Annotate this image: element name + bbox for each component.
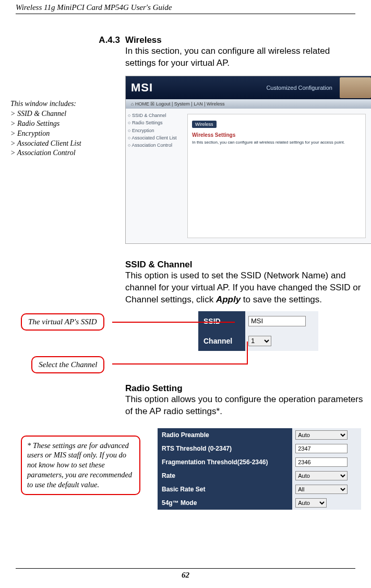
left-note-item: > SSID & Channel [10, 109, 115, 119]
radio-settings-table: Radio Preamble Auto RTS Threshold (0-234… [158, 428, 361, 510]
inner-tag: Wireless [192, 121, 217, 128]
ssid-label: SSID [198, 311, 245, 331]
callout-line [112, 363, 248, 364]
config-label: Customized Configuration [266, 85, 337, 91]
left-note-item: > Encryption [10, 129, 115, 139]
side-nav-item: ○ Associated Client List [128, 134, 185, 142]
callout-channel: Select the Channel [31, 356, 104, 373]
setting-label: Basic Rate Set [158, 483, 292, 496]
ssid-widget: SSID Channel 1 [198, 311, 318, 351]
left-note-title: This window includes: [10, 99, 115, 109]
table-row: Rate Auto [158, 469, 361, 483]
left-note-item: > Radio Settings [10, 119, 115, 129]
left-note-item: > Association Control [10, 148, 115, 158]
advanced-note-box: * These settings are for advanced users … [21, 436, 140, 495]
ssid-body-post: to save the settings. [241, 295, 322, 304]
section-number: A.4.3 [16, 35, 125, 69]
setting-label: Radio Preamble [158, 428, 292, 442]
left-note: This window includes: > SSID & Channel >… [10, 99, 115, 158]
frag-threshold-input[interactable] [295, 457, 348, 467]
running-header: Wireless 11g MiniPCI Card MP54G User's G… [16, 0, 355, 14]
callout-ssid: The virtual AP's SSID [21, 313, 104, 331]
page-number: 62 [16, 568, 355, 580]
ssid-heading: SSID & Channel [125, 260, 370, 270]
table-row: 54g™ Mode Auto [158, 496, 361, 510]
rate-select[interactable]: Auto [295, 471, 348, 480]
side-nav-item: ○ SSID & Channel [128, 112, 185, 119]
table-row: Basic Rate Set All [158, 483, 361, 496]
setting-label: Rate [158, 469, 292, 483]
radio-preamble-select[interactable]: Auto [295, 430, 348, 440]
ssid-body-bold: Apply [216, 295, 241, 304]
menu-row: ⌂ HOME ☒ Logout | System | LAN | Wireles… [126, 99, 371, 109]
left-note-item: > Associated Client List [10, 139, 115, 149]
basic-rate-select[interactable]: All [295, 485, 348, 494]
channel-select[interactable]: 1 [248, 336, 271, 346]
callout-line [247, 342, 248, 363]
rts-threshold-input[interactable] [295, 444, 348, 453]
ssid-input[interactable] [248, 316, 306, 326]
inner-subtitle: Wireless Settings [192, 132, 361, 138]
radio-heading: Radio Setting [125, 383, 370, 394]
ssid-diagram: The virtual AP's SSID Select the Channel… [16, 311, 355, 374]
header-image [340, 77, 371, 98]
setting-label: Fragmentation Threshold(256-2346) [158, 455, 292, 469]
logo: MSI [126, 81, 153, 95]
ssid-body: This option is used to set the SSID (Net… [125, 270, 370, 306]
table-row: Radio Preamble Auto [158, 428, 361, 442]
side-nav: ○ SSID & Channel ○ Radio Settings ○ Encr… [126, 109, 187, 243]
inner-description: In this section, you can configure all w… [192, 140, 361, 145]
screenshot-router-ui: MSI Customized Configuration ⌂ HOME ☒ Lo… [125, 76, 371, 244]
table-row: Fragmentation Threshold(256-2346) [158, 455, 361, 469]
table-row: RTS Threshold (0-2347) [158, 442, 361, 455]
mode-54g-select[interactable]: Auto [295, 498, 327, 508]
channel-label: Channel [198, 331, 245, 351]
radio-body: This option allows you to configure the … [125, 394, 370, 418]
side-nav-item: ○ Radio Settings [128, 119, 185, 126]
setting-label: 54g™ Mode [158, 496, 292, 510]
section-title: Wireless [125, 35, 355, 45]
section-body: In this section, you can configure all w… [125, 45, 355, 69]
side-nav-item: ○ Association Control [128, 142, 185, 149]
setting-label: RTS Threshold (0-2347) [158, 442, 292, 455]
callout-line [112, 322, 235, 323]
side-nav-item: ○ Encryption [128, 127, 185, 134]
